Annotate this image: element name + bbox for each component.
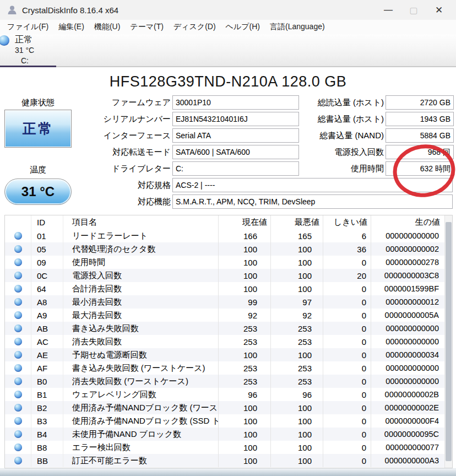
status-orb-icon	[14, 324, 22, 332]
drive-stats-fields: 総読込量 (ホスト)2720 GB総書込量 (ホスト)1943 GB総書込量 (…	[0, 95, 456, 178]
menu-item-0[interactable]: ファイル(F)	[2, 20, 53, 34]
minimize-button[interactable]: —	[376, 0, 401, 20]
table-row[interactable]: B8エラー検出回数1001000000000000077	[5, 441, 444, 454]
cell-current: 92	[218, 309, 270, 322]
table-row[interactable]: 01リードエラーレート1661656000000000000	[5, 229, 444, 242]
maximize-button[interactable]: ▢	[401, 0, 426, 20]
cell-current: 253	[218, 322, 270, 335]
table-row[interactable]: B2使用済み予備NANDブロック数 (ワーストケース)1001000000000…	[5, 401, 444, 414]
info-field-value[interactable]: 968 回	[386, 145, 454, 159]
cell-name: 消去失敗回数 (ワーストケース)	[63, 375, 218, 388]
menu-item-5[interactable]: ヘルプ(H)	[221, 20, 265, 34]
disk-tab-c[interactable]: 正常 31 °C C:	[0, 34, 56, 66]
cell-name: 使用済み予備NANDブロック数 (SSD トータル)	[63, 414, 218, 428]
cell-raw: 000000000002	[371, 242, 444, 256]
cell-name: 消去失敗回数	[63, 335, 218, 348]
status-orb-icon	[14, 232, 22, 240]
cell-id: 09	[31, 256, 63, 269]
info-field-value[interactable]: 5884 GB	[386, 128, 454, 143]
info-field-label: 対応規格	[138, 178, 171, 192]
cell-threshold: 20	[323, 269, 371, 282]
cell-id: BB	[31, 454, 63, 467]
app-icon	[7, 4, 18, 15]
info-field-value[interactable]: S.M.A.R.T., APM, NCQ, TRIM, DevSleep	[172, 194, 453, 209]
disk-tab-temperature: 31 °C	[15, 46, 34, 55]
cell-threshold: 0	[323, 401, 371, 414]
row-status-cell	[5, 361, 31, 375]
menu-item-2[interactable]: 機能(U)	[89, 20, 125, 34]
cell-current: 100	[218, 401, 270, 414]
info-field-value[interactable]: ACS-2 | ----	[172, 178, 453, 192]
cell-name: エラー検出回数	[63, 441, 218, 454]
cell-name: 訂正不可能エラー数	[63, 454, 218, 467]
table-row[interactable]: A9最大消去回数9292000000000005A	[5, 309, 444, 322]
cell-threshold: 0	[323, 256, 371, 269]
table-row[interactable]: B0消去失敗回数 (ワーストケース)2532530000000000000	[5, 375, 444, 388]
col-header-id: ID	[31, 215, 63, 229]
table-row[interactable]: 0C電源投入回数100100200000000003C8	[5, 269, 444, 282]
table-row[interactable]: B3使用済み予備NANDブロック数 (SSD トータル)100100000000…	[5, 414, 444, 428]
drive-title: HFS128G39TND-N210A 128.0 GB	[0, 73, 456, 90]
table-row[interactable]: BB訂正不可能エラー数10010000000000000A3	[5, 454, 444, 467]
menu-item-1[interactable]: 編集(E)	[53, 20, 89, 34]
col-header-name: 項目名	[63, 215, 218, 229]
table-row[interactable]: AE予期せぬ電源断回数1001000000000000034	[5, 348, 444, 361]
table-row[interactable]: AB書き込み失敗回数2532530000000000000	[5, 322, 444, 335]
smart-table-content: ID 項目名 現在値 最悪値 しきい値 生の値 01リードエラーレート16616…	[5, 215, 444, 468]
table-row[interactable]: AC消去失敗回数2532530000000000000	[5, 335, 444, 348]
cell-worst: 100	[270, 401, 323, 414]
close-button[interactable]: ✕	[426, 0, 452, 20]
col-header-worst: 最悪値	[270, 215, 323, 229]
info-field-row: 電源投入回数968 回	[0, 145, 456, 159]
table-row[interactable]: A8最小消去回数99970000000000012	[5, 295, 444, 309]
status-orb-icon	[14, 258, 22, 266]
table-row[interactable]: 09使用時間1001000000000000278	[5, 256, 444, 269]
title-bar: CrystalDiskInfo 8.16.4 x64 — ▢ ✕	[0, 0, 456, 20]
menu-item-4[interactable]: ディスク(D)	[169, 20, 221, 34]
cell-worst: 92	[270, 309, 323, 322]
cell-raw: 000000000000	[371, 361, 444, 375]
row-status-cell	[5, 335, 31, 348]
info-field-label: 対応機能	[138, 194, 171, 209]
info-field-row: 総書込量 (ホスト)1943 GB	[0, 112, 456, 126]
cell-raw: 0000000000F4	[371, 414, 444, 428]
menu-bar: ファイル(F)編集(E)機能(U)テーマ(T)ディスク(D)ヘルプ(H)言語(L…	[0, 20, 456, 34]
cell-current: 100	[218, 428, 270, 441]
table-row[interactable]: B1ウェアレベリング回数9696000000000002B	[5, 388, 444, 401]
cell-current: 99	[218, 295, 270, 309]
cell-id: B4	[31, 428, 63, 441]
scrollbar-thumb[interactable]	[446, 222, 452, 461]
cell-id: B3	[31, 414, 63, 428]
cell-worst: 100	[270, 428, 323, 441]
cell-current: 253	[218, 335, 270, 348]
cell-raw: 00000000002E	[371, 401, 444, 414]
table-row[interactable]: AF書き込み失敗回数 (ワーストケース)2532530000000000000	[5, 361, 444, 375]
menu-item-3[interactable]: テーマ(T)	[125, 20, 169, 34]
info-field-label: 電源投入回数	[334, 145, 384, 159]
table-scrollbar[interactable]	[444, 215, 452, 468]
cell-current: 100	[218, 269, 270, 282]
info-field-value[interactable]: 632 時間	[386, 161, 454, 176]
cell-threshold: 0	[323, 441, 371, 454]
row-status-cell	[5, 309, 31, 322]
cell-worst: 100	[270, 282, 323, 295]
table-row[interactable]: 05代替処理済のセクタ数10010036000000000002	[5, 242, 444, 256]
row-status-cell	[5, 229, 31, 242]
cell-id: 64	[31, 282, 63, 295]
menu-item-6[interactable]: 言語(Language)	[265, 20, 330, 34]
cell-id: B1	[31, 388, 63, 401]
info-field-row: 総読込量 (ホスト)2720 GB	[0, 95, 456, 110]
col-header-current: 現在値	[218, 215, 270, 229]
row-status-cell	[5, 269, 31, 282]
table-row[interactable]: 64合計消去回数10010000000001599BF	[5, 282, 444, 295]
cell-raw: 0000000000A3	[371, 454, 444, 467]
table-row[interactable]: B4未使用予備NAND ブロック数100100000000000095C	[5, 428, 444, 441]
info-field-value[interactable]: 1943 GB	[386, 112, 454, 126]
cell-id: A9	[31, 309, 63, 322]
info-field-value[interactable]: 2720 GB	[386, 95, 454, 110]
cell-threshold: 0	[323, 454, 371, 467]
cell-threshold: 6	[323, 229, 371, 242]
disk-tab-status: 正常	[15, 34, 32, 46]
info-field-row: 対応機能S.M.A.R.T., APM, NCQ, TRIM, DevSleep	[0, 194, 456, 209]
info-field-row: 使用時間632 時間	[0, 161, 456, 176]
